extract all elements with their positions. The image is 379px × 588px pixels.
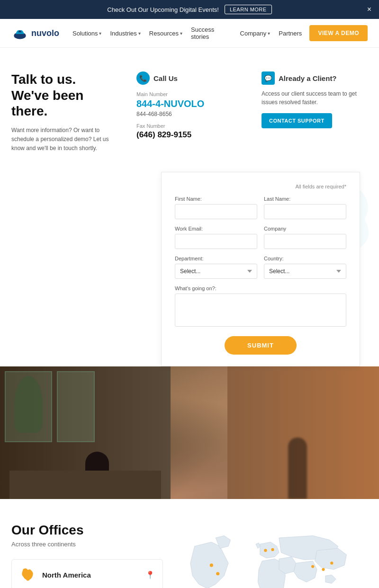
banner-close-button[interactable]: × (367, 5, 371, 14)
offices-section: Our Offices Across three continents Nort… (0, 499, 379, 588)
learn-more-button[interactable]: LEARN MORE (225, 5, 272, 14)
already-client-header: 💬 Already a Client? (262, 71, 368, 85)
first-name-group: First Name: (175, 196, 257, 219)
office-photo (0, 366, 379, 499)
hero-center: 📞 Call Us Main Number 844-4-NUVOLO 844-4… (136, 71, 243, 140)
hero-description: Want more information? Or want to schedu… (11, 126, 117, 153)
country-group: Country: Select... (264, 256, 346, 279)
alt-number: 844-468-8656 (136, 111, 243, 117)
svg-point-1 (210, 564, 213, 567)
north-america-name: North America (42, 571, 140, 579)
offices-title: Our Offices (11, 523, 163, 538)
nav-industries[interactable]: Industries ▾ (110, 30, 140, 37)
offices-left: Our Offices Across three continents Nort… (11, 523, 163, 588)
fax-number: (646) 829-9155 (136, 130, 243, 140)
submit-button[interactable]: SUBMIT (225, 336, 297, 355)
already-client-description: Access our client success team to get is… (262, 89, 368, 107)
department-group: Department: Select... (175, 256, 257, 279)
country-select[interactable]: Select... (264, 264, 346, 279)
main-number: 844-4-NUVOLO (136, 98, 243, 109)
already-client-title: Already a Client? (279, 74, 337, 82)
logo[interactable]: nuvolo (11, 25, 59, 42)
hero-heading: Talk to us. We've been there. (11, 71, 117, 119)
offices-right (182, 523, 368, 588)
dept-country-row: Department: Select... Country: Select... (175, 256, 346, 279)
work-email-group: Work Email: (175, 226, 257, 249)
first-name-input[interactable] (175, 204, 257, 219)
svg-point-7 (322, 568, 325, 571)
top-banner: Check Out Our Upcoming Digital Events! L… (0, 0, 379, 19)
nav-partners[interactable]: Partners (279, 30, 302, 37)
view-demo-button[interactable]: VIEW A DEMO (309, 25, 368, 41)
banner-text: Check Out Our Upcoming Digital Events! (107, 6, 219, 13)
navbar: nuvolo Solutions ▾ Industries ▾ Resource… (0, 19, 379, 48)
company-group: Company (264, 226, 346, 249)
form-section: All fields are required* First Name: Las… (0, 172, 379, 366)
fax-label: Fax Number (136, 123, 243, 129)
north-america-pin: 📍 (145, 570, 155, 579)
svg-point-3 (264, 549, 267, 552)
name-row: First Name: Last Name: (175, 196, 346, 219)
department-label: Department: (175, 256, 257, 261)
first-name-label: First Name: (175, 196, 257, 202)
svg-point-6 (330, 562, 333, 565)
required-note: All fields are required* (175, 184, 346, 189)
call-us-title: Call Us (153, 74, 178, 82)
work-email-input[interactable] (175, 234, 257, 249)
svg-point-2 (216, 572, 219, 576)
logo-text: nuvolo (31, 28, 59, 38)
nav-links: Solutions ▾ Industries ▾ Resources ▾ Suc… (72, 26, 302, 40)
chat-icon: 💬 (262, 71, 275, 85)
world-map (182, 523, 368, 588)
nav-company[interactable]: Company ▾ (240, 30, 271, 37)
department-select[interactable]: Select... (175, 264, 257, 279)
whats-going-on-group: What's going on?: (175, 285, 346, 327)
svg-point-4 (271, 548, 274, 551)
company-label: Company (264, 226, 346, 232)
call-us-header: 📞 Call Us (136, 71, 243, 85)
contact-form: All fields are required* First Name: Las… (161, 172, 360, 366)
main-number-label: Main Number (136, 91, 243, 97)
last-name-group: Last Name: (264, 196, 346, 219)
email-company-row: Work Email: Company (175, 226, 346, 249)
company-input[interactable] (264, 234, 346, 249)
last-name-input[interactable] (264, 204, 346, 219)
office-item-north-america[interactable]: North America 📍 (11, 559, 163, 588)
phone-icon: 📞 (136, 71, 150, 85)
contact-hero: Talk to us. We've been there. Want more … (0, 48, 379, 172)
nav-success-stories[interactable]: Success stories (191, 26, 232, 40)
svg-point-5 (311, 565, 314, 568)
north-america-icon (19, 566, 36, 583)
offices-subtitle: Across three continents (11, 541, 163, 548)
last-name-label: Last Name: (264, 196, 346, 202)
submit-wrap: SUBMIT (175, 336, 346, 355)
nav-solutions[interactable]: Solutions ▾ (72, 30, 101, 37)
whats-going-on-label: What's going on?: (175, 285, 346, 291)
hero-left: Talk to us. We've been there. Want more … (11, 71, 117, 153)
logo-icon (11, 25, 28, 42)
work-email-label: Work Email: (175, 226, 257, 232)
whats-going-on-input[interactable] (175, 294, 346, 327)
contact-support-button[interactable]: CONTACT SUPPORT (262, 113, 332, 128)
nav-resources[interactable]: Resources ▾ (149, 30, 182, 37)
hero-right: 💬 Already a Client? Access our client su… (262, 71, 368, 128)
country-label: Country: (264, 256, 346, 261)
